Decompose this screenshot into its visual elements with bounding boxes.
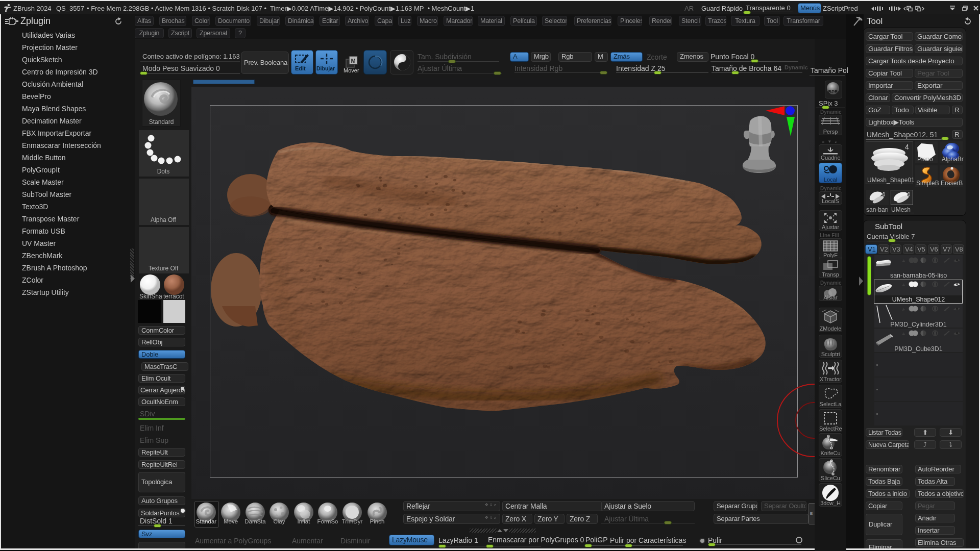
- svg-text:M: M: [351, 58, 355, 64]
- svg-text:BPR: BPR: [828, 89, 838, 94]
